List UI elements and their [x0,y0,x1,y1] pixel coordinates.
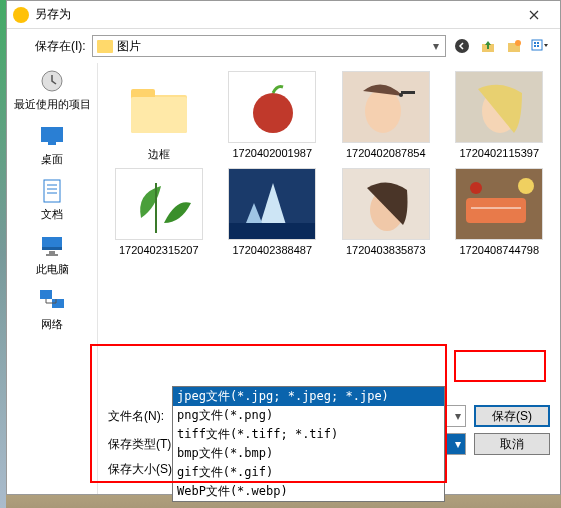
location-row: 保存在(I): 图片 ▾ [7,29,560,63]
image-thumbnail [455,168,543,240]
sidebar-item-desktop[interactable]: 桌面 [12,122,92,167]
svg-rect-17 [42,247,62,250]
file-item[interactable]: 1720402087854 [331,71,441,162]
documents-icon [36,177,68,205]
image-thumbnail [342,168,430,240]
file-item[interactable]: 边框 [104,71,214,162]
back-icon [454,38,470,54]
svg-rect-30 [401,91,415,94]
sidebar-item-recent[interactable]: 最近使用的项目 [12,67,92,112]
file-item[interactable]: 1720402315207 [104,168,214,256]
back-button[interactable] [452,36,472,56]
up-button[interactable] [478,36,498,56]
recent-icon [36,67,68,95]
svg-rect-24 [131,97,187,133]
sidebar-item-label: 网络 [41,317,63,332]
svg-rect-11 [48,142,56,145]
svg-point-28 [365,89,401,133]
filetype-option[interactable]: png文件(*.png) [173,406,444,425]
file-label: 1720403835873 [346,244,426,256]
svg-rect-5 [534,42,536,44]
svg-rect-6 [537,42,539,44]
filetype-option[interactable]: tiff文件(*.tiff; *.tif) [173,425,444,444]
network-icon [36,287,68,315]
folder-up-icon [480,38,496,54]
desktop-icon [36,122,68,150]
file-label: 1720402115397 [459,147,539,159]
svg-rect-19 [46,254,58,256]
svg-point-3 [515,40,521,46]
svg-point-0 [455,39,469,53]
file-label: 1720402315207 [119,244,199,256]
save-button[interactable]: 保存(S) [474,405,550,427]
svg-point-26 [253,93,293,133]
filetype-option[interactable]: jpeg文件(*.jpg; *.jpeg; *.jpe) [173,387,444,406]
sidebar-item-label: 最近使用的项目 [14,97,91,112]
svg-point-42 [470,182,482,194]
file-item[interactable]: 1720403835873 [331,168,441,256]
svg-rect-10 [41,127,63,142]
sidebar-item-thispc[interactable]: 此电脑 [12,232,92,277]
sidebar-item-documents[interactable]: 文档 [12,177,92,222]
svg-rect-8 [537,45,539,47]
file-label: 1720402388487 [232,244,312,256]
titlebar[interactable]: 另存为 [7,1,560,29]
sidebar-item-network[interactable]: 网络 [12,287,92,332]
window-title: 另存为 [35,6,514,23]
folder-icon [115,71,203,143]
svg-rect-41 [466,198,526,223]
chevron-down-icon: ▾ [427,39,445,53]
file-label: 1720402087854 [346,147,426,159]
sidebar-item-label: 文档 [41,207,63,222]
filetype-label: 保存类型(T): [108,436,178,453]
save-in-label: 保存在(I): [35,38,86,55]
svg-rect-18 [49,251,55,254]
filesize-label: 保存大小(S): [108,461,178,478]
new-folder-icon [506,38,522,54]
image-thumbnail [455,71,543,143]
file-item[interactable]: 1720402115397 [445,71,555,162]
image-thumbnail [228,71,316,143]
pc-icon [36,232,68,260]
app-icon [13,7,29,23]
close-icon [529,10,539,20]
file-item[interactable]: 1720408744798 [445,168,555,256]
file-label: 1720402001987 [232,147,312,159]
file-label: 1720408744798 [459,244,539,256]
file-item[interactable]: 1720402001987 [218,71,328,162]
image-thumbnail [228,168,316,240]
svg-rect-20 [40,290,52,299]
sidebar-item-label: 桌面 [41,152,63,167]
close-button[interactable] [514,4,554,26]
filetype-option[interactable]: gif文件(*.gif) [173,463,444,482]
image-thumbnail [115,168,203,240]
filetype-option[interactable]: bmp文件(*.bmp) [173,444,444,463]
filetype-options-popup[interactable]: jpeg文件(*.jpg; *.jpeg; *.jpe)png文件(*.png)… [172,386,445,502]
filetype-option[interactable]: WebP文件(*.webp) [173,482,444,501]
view-icon [531,38,549,54]
chevron-down-icon: ▾ [455,437,461,451]
svg-rect-37 [229,223,315,240]
location-dropdown[interactable]: 图片 ▾ [92,35,446,57]
file-item[interactable]: 1720402388487 [218,168,328,256]
view-menu-button[interactable] [530,36,550,56]
sidebar-item-label: 此电脑 [36,262,69,277]
filename-label: 文件名(N): [108,408,178,425]
svg-point-43 [518,178,534,194]
svg-rect-12 [44,180,60,202]
cancel-button[interactable]: 取消 [474,433,550,455]
svg-rect-7 [534,45,536,47]
location-text: 图片 [117,38,427,55]
places-sidebar: 最近使用的项目 桌面 文档 此电脑 网络 [7,63,97,494]
new-folder-button[interactable] [504,36,524,56]
file-label: 边框 [148,147,170,162]
folder-icon [97,40,113,53]
chevron-down-icon: ▾ [455,409,461,423]
file-grid: 边框17204020019871720402087854172040211539… [98,63,560,399]
image-thumbnail [342,71,430,143]
